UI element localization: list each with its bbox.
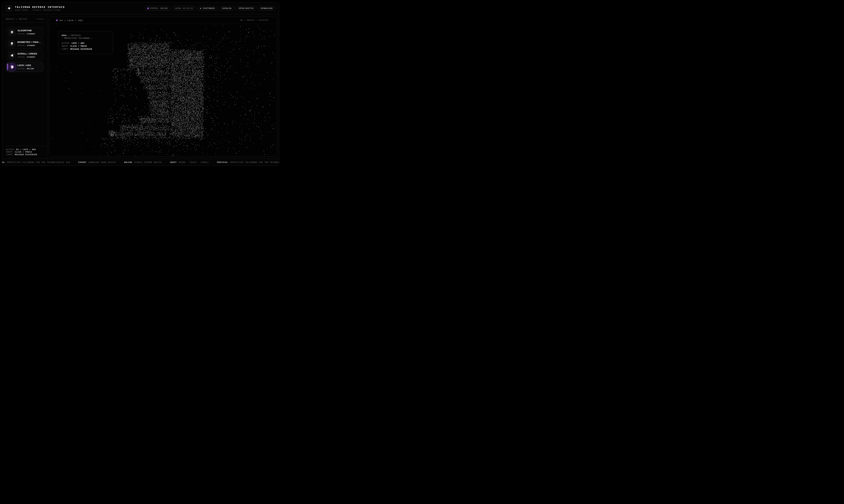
- local-time-pill: LOCAL 16:52:23: [172, 6, 196, 11]
- app-frame: TALISMAN DEFENSE INTERFACE HERO MODE — S…: [2, 2, 279, 166]
- info-title-rest: / PROTOCOL: [68, 34, 81, 36]
- sidebar-header: MODULE / SWITCH click: [6, 18, 45, 20]
- divider: [6, 146, 45, 146]
- open-sketch-button[interactable]: OPEN SKETCH: [236, 6, 256, 11]
- sidebar-item-lock-ads[interactable]: LOCK / ADS STATUS:ONLINE: [6, 62, 43, 72]
- info-label: LIMIT:: [61, 48, 69, 50]
- viewport-panel: 04 / LOCK / ADS AD • NOISE • SCATTER SEA…: [49, 17, 277, 157]
- status-label: STATUS:: [17, 68, 26, 70]
- algorithm-icon: [8, 29, 15, 36]
- customize-label: CUSTOMIZE: [203, 7, 215, 9]
- ticker-segment: INPUTHOVER · TOUCH · SCROLL: [170, 161, 209, 163]
- viewport-title: 04 / LOCK / ADS: [60, 19, 83, 21]
- footer-value: 04 / LOCK / ADS: [16, 148, 36, 150]
- local-time-label: LOCAL 16:52:23: [175, 7, 193, 9]
- ticker-segment: EXPORTDOWNLOAD FROM SKETCH: [78, 161, 116, 163]
- logo: [6, 5, 12, 12]
- status-dot-icon: [147, 8, 149, 9]
- header-actions: STATUS: ONLINE LOCAL 16:52:23 CUSTOMIZE …: [145, 6, 275, 11]
- info-title-strong: SEAL: [61, 34, 67, 36]
- footer-label: ACTIVE:: [6, 148, 15, 150]
- open-sketch-label: OPEN SKETCH: [239, 7, 254, 9]
- footer-value: CLICK / PRESS: [15, 151, 32, 153]
- info-value: MESSAGE DISPERSED: [70, 48, 92, 50]
- module-title: BIOMETRIC / FINGERPRINT: [17, 41, 41, 43]
- scroll-icon: [8, 52, 15, 59]
- main-area: 04 / LOCK / ADS AD • NOISE • SCATTER SEA…: [47, 14, 279, 159]
- viewport-status-dot-icon: [56, 20, 57, 21]
- module-status: STATUS:STANDBY: [17, 44, 41, 47]
- catalog-label: CATALOG: [222, 7, 232, 9]
- viewport-header: 04 / LOCK / ADS AD • NOISE • SCATTER: [49, 17, 277, 24]
- module-text: SCROLL / SPEED STATUS:STANDBY: [17, 53, 37, 58]
- sidebar-spacer: [6, 72, 45, 143]
- ticker-segment: PROTOCOLPROTECTIVE TALISMANS FOR THE TEC…: [217, 161, 279, 163]
- footer-label: LIMIT:: [6, 154, 14, 156]
- sparkle-icon: [200, 7, 201, 9]
- module-status: STATUS:ONLINE: [17, 68, 34, 70]
- sidebar-item-biometric[interactable]: BIOMETRIC / FINGERPRINT STATUS:STANDBY: [6, 39, 43, 49]
- seal-protocol-info-box: SEAL / PROTOCOL — PROTECTIVE TALISMANS —…: [58, 31, 113, 54]
- status-label: STATUS:: [17, 44, 26, 47]
- footer-value: MESSAGE DISPERSED: [15, 154, 37, 156]
- sidebar-footer: ACTIVE:04 / LOCK / ADS INPUT:CLICK / PRE…: [6, 148, 45, 156]
- footer-row-input: INPUT:CLICK / PRESS: [6, 151, 43, 153]
- info-value: LOCK / ADS: [72, 42, 84, 44]
- status-value: ONLINE: [27, 68, 34, 70]
- sidebar-item-scroll[interactable]: SCROLL / SPEED STATUS:STANDBY: [6, 50, 43, 60]
- header: TALISMAN DEFENSE INTERFACE HERO MODE — S…: [2, 2, 279, 14]
- header-titles: TALISMAN DEFENSE INTERFACE HERO MODE — S…: [15, 6, 65, 11]
- sidebar-click-hint: click: [37, 18, 43, 20]
- info-box-title: SEAL / PROTOCOL: [61, 34, 110, 37]
- sidebar-item-algorithm[interactable]: ALGORITHM STATUS:STANDBY: [6, 27, 43, 37]
- ticker-segment: ONLINESTABLE IFRAME SWITCH: [124, 161, 162, 163]
- footer-row-active: ACTIVE:04 / LOCK / ADS: [6, 148, 43, 151]
- download-button[interactable]: DOWNLOAD: [258, 6, 276, 11]
- status-label: STATUS:: [17, 33, 26, 35]
- footer-label: INPUT:: [6, 151, 14, 153]
- status-value: STANDBY: [27, 44, 35, 47]
- catalog-button[interactable]: CATALOG: [219, 6, 235, 11]
- module-status: STATUS:STANDBY: [17, 33, 35, 35]
- status-pill-label: STATUS: ONLINE: [150, 7, 168, 9]
- info-row-limit: LIMIT:MESSAGE DISPERSED: [61, 48, 110, 51]
- info-value: CLICK / PRESS: [70, 45, 87, 47]
- customize-button[interactable]: CUSTOMIZE: [197, 6, 218, 11]
- module-text: BIOMETRIC / FINGERPRINT STATUS:STANDBY: [17, 41, 41, 47]
- ticker-bar: PROTOCOLPROTECTIVE TALISMANS FOR THE TEC…: [2, 159, 279, 166]
- module-title: SCROLL / SPEED: [17, 53, 37, 55]
- module-text: ALGORITHM STATUS:STANDBY: [17, 29, 35, 35]
- module-status: STATUS:STANDBY: [17, 56, 37, 58]
- status-pill: STATUS: ONLINE: [145, 6, 171, 11]
- info-row-active: ACTIVE:LOCK / ADS: [61, 42, 110, 44]
- info-box-rows: ACTIVE:LOCK / ADS INPUT:CLICK / PRESS LI…: [61, 42, 110, 51]
- status-label: STATUS:: [17, 56, 26, 58]
- info-label: ACTIVE:: [61, 42, 71, 44]
- viewport-meta: AD • NOISE • SCATTER: [240, 19, 269, 21]
- footer-row-limit: LIMIT:MESSAGE DISPERSED: [6, 153, 43, 156]
- active-indicator-bar: [7, 64, 8, 70]
- body: MODULE / SWITCH click ALGORITHM: [2, 14, 279, 159]
- biometric-icon: [8, 40, 15, 47]
- module-title: ALGORITHM: [17, 29, 35, 32]
- status-value: STANDBY: [27, 33, 35, 35]
- app-subtitle: HERO MODE — STABLE INTERACTIONS: [15, 9, 65, 11]
- lock-icon: [8, 64, 15, 70]
- info-row-input: INPUT:CLICK / PRESS: [61, 44, 110, 48]
- info-label: INPUT:: [61, 45, 69, 47]
- sidebar: MODULE / SWITCH click ALGORITHM: [2, 14, 47, 159]
- ticker-segment: PROTOCOLPROTECTIVE TALISMANS FOR THE TEC…: [2, 161, 70, 163]
- scatter-canvas-area: SEAL / PROTOCOL — PROTECTIVE TALISMANS —…: [49, 24, 277, 156]
- module-list: ALGORITHM STATUS:STANDBY: [6, 27, 45, 72]
- info-box-subtitle: — PROTECTIVE TALISMANS —: [61, 37, 110, 39]
- viewport-title-group: 04 / LOCK / ADS: [56, 19, 83, 21]
- ticker-track: PROTOCOLPROTECTIVE TALISMANS FOR THE TEC…: [2, 161, 279, 163]
- download-label: DOWNLOAD: [261, 7, 273, 9]
- module-title: LOCK / ADS: [17, 64, 34, 67]
- app-title: TALISMAN DEFENSE INTERFACE: [15, 6, 65, 8]
- module-text: LOCK / ADS STATUS:ONLINE: [17, 64, 34, 70]
- status-value: STANDBY: [27, 56, 35, 58]
- star-logo-icon: [7, 6, 11, 10]
- sidebar-panel-label: MODULE / SWITCH: [6, 18, 27, 20]
